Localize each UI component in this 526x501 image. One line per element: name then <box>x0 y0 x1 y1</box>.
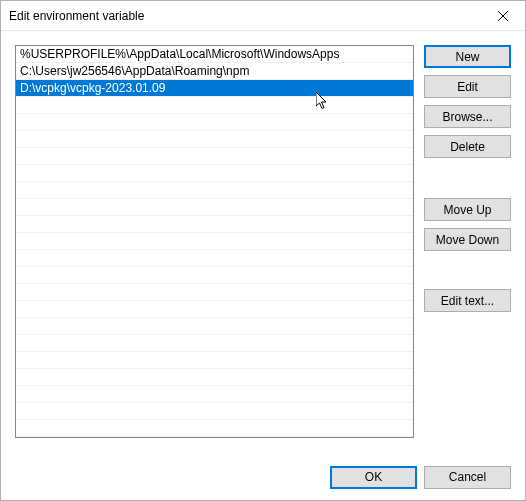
delete-button[interactable]: Delete <box>424 135 511 158</box>
path-entry-empty[interactable] <box>16 199 413 216</box>
path-entry-empty[interactable] <box>16 165 413 182</box>
path-entry-empty[interactable] <box>16 301 413 318</box>
cancel-button[interactable]: Cancel <box>424 466 511 489</box>
path-entry-empty[interactable] <box>16 420 413 437</box>
browse-button[interactable]: Browse... <box>424 105 511 128</box>
path-entry-empty[interactable] <box>16 182 413 199</box>
path-entry-empty[interactable] <box>16 216 413 233</box>
bottom-bar: OK Cancel <box>1 454 525 500</box>
window-title: Edit environment variable <box>9 9 480 23</box>
close-button[interactable] <box>480 1 525 30</box>
spacer <box>424 165 511 191</box>
side-buttons: New Edit Browse... Delete Move Up Move D… <box>424 45 511 454</box>
path-entry-empty[interactable] <box>16 267 413 284</box>
path-entry-empty[interactable] <box>16 335 413 352</box>
move-up-button[interactable]: Move Up <box>424 198 511 221</box>
path-entry-empty[interactable] <box>16 148 413 165</box>
path-entry-empty[interactable] <box>16 233 413 250</box>
content-area: %USERPROFILE%\AppData\Local\Microsoft\Wi… <box>1 31 525 454</box>
move-down-button[interactable]: Move Down <box>424 228 511 251</box>
titlebar: Edit environment variable <box>1 1 525 31</box>
path-entry[interactable]: C:\Users\jw256546\AppData\Roaming\npm <box>16 63 413 80</box>
path-listbox[interactable]: %USERPROFILE%\AppData\Local\Microsoft\Wi… <box>15 45 414 438</box>
path-entry-empty[interactable] <box>16 114 413 131</box>
path-entry-empty[interactable] <box>16 284 413 301</box>
path-entry-empty[interactable] <box>16 318 413 335</box>
dialog-window: Edit environment variable %USERPROFILE%\… <box>0 0 526 501</box>
path-entry-empty[interactable] <box>16 97 413 114</box>
path-entry-empty[interactable] <box>16 250 413 267</box>
path-entry[interactable]: %USERPROFILE%\AppData\Local\Microsoft\Wi… <box>16 46 413 63</box>
path-entry-empty[interactable] <box>16 352 413 369</box>
path-entry-empty[interactable] <box>16 369 413 386</box>
path-entry-empty[interactable] <box>16 131 413 148</box>
new-button[interactable]: New <box>424 45 511 68</box>
path-entry-empty[interactable] <box>16 386 413 403</box>
spacer <box>424 258 511 282</box>
edit-button[interactable]: Edit <box>424 75 511 98</box>
edit-text-button[interactable]: Edit text... <box>424 289 511 312</box>
ok-button[interactable]: OK <box>330 466 417 489</box>
path-entry-empty[interactable] <box>16 403 413 420</box>
path-entry[interactable]: D:\vcpkg\vcpkg-2023.01.09 <box>16 80 413 97</box>
close-icon <box>498 11 508 21</box>
